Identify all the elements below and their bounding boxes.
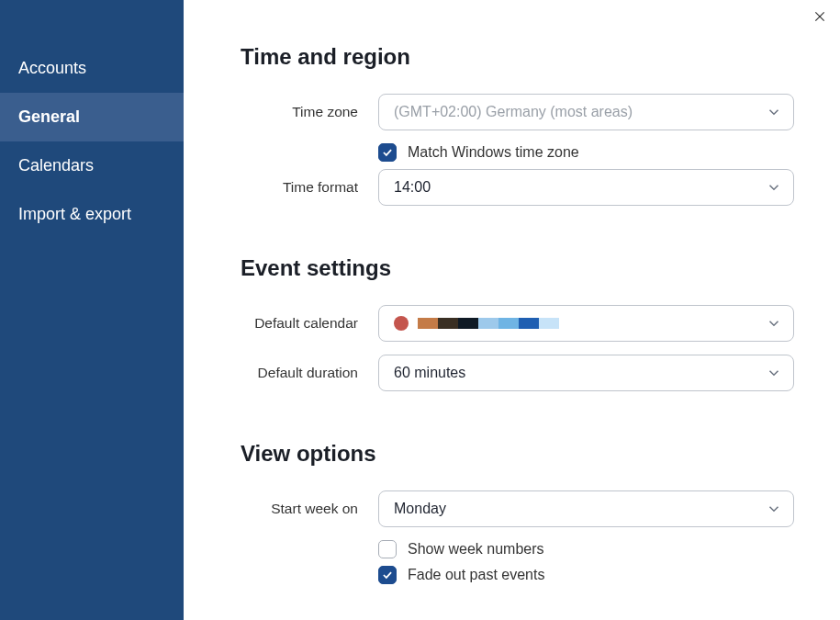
- sidebar-item-general[interactable]: General: [0, 93, 184, 141]
- default-calendar-select[interactable]: [378, 305, 794, 342]
- calendar-strip-swatch: [418, 318, 438, 329]
- default-calendar-value: [394, 316, 559, 331]
- calendar-color-dot: [394, 316, 409, 331]
- sidebar-item-label: Accounts: [18, 59, 86, 77]
- sidebar-item-import-export[interactable]: Import & export: [0, 190, 184, 239]
- calendar-strip-swatch: [519, 318, 539, 329]
- timeformat-select[interactable]: 14:00: [378, 169, 794, 206]
- sidebar-item-label: General: [18, 107, 80, 126]
- calendar-color-strip: [418, 318, 559, 329]
- section-title-time-region: Time and region: [241, 44, 794, 70]
- sidebar: Accounts General Calendars Import & expo…: [0, 0, 184, 620]
- match-timezone-checkbox[interactable]: [378, 143, 397, 162]
- fade-out-past-checkbox[interactable]: [378, 566, 397, 584]
- chevron-down-icon: [766, 365, 782, 381]
- calendar-strip-swatch: [458, 318, 478, 329]
- calendar-strip-swatch: [539, 318, 559, 329]
- fade-out-past-label: Fade out past events: [408, 567, 544, 583]
- default-calendar-label: Default calendar: [241, 315, 378, 332]
- timezone-value: (GMT+02:00) Germany (most areas): [394, 104, 633, 120]
- settings-content: Time and region Time zone (GMT+02:00) Ge…: [184, 0, 840, 620]
- start-week-select[interactable]: Monday: [378, 490, 794, 527]
- show-week-numbers-checkbox[interactable]: [378, 540, 397, 558]
- chevron-down-icon: [766, 501, 782, 517]
- show-week-numbers-label: Show week numbers: [408, 541, 544, 558]
- section-title-event-settings: Event settings: [241, 255, 794, 281]
- sidebar-item-label: Calendars: [18, 156, 94, 175]
- section-title-view-options: View options: [241, 441, 794, 467]
- close-button[interactable]: [811, 7, 829, 26]
- timeformat-value: 14:00: [394, 179, 431, 196]
- timeformat-label: Time format: [241, 179, 378, 196]
- start-week-value: Monday: [394, 501, 446, 517]
- calendar-strip-swatch: [478, 318, 498, 329]
- chevron-down-icon: [766, 104, 782, 120]
- default-duration-value: 60 minutes: [394, 365, 465, 381]
- check-icon: [381, 146, 394, 159]
- default-duration-select[interactable]: 60 minutes: [378, 355, 794, 391]
- match-timezone-label: Match Windows time zone: [408, 144, 579, 161]
- sidebar-item-accounts[interactable]: Accounts: [0, 44, 184, 93]
- close-icon: [812, 9, 827, 24]
- chevron-down-icon: [766, 179, 782, 196]
- start-week-label: Start week on: [241, 501, 378, 517]
- sidebar-item-calendars[interactable]: Calendars: [0, 141, 184, 190]
- sidebar-item-label: Import & export: [18, 205, 131, 223]
- check-icon: [381, 569, 394, 581]
- calendar-strip-swatch: [438, 318, 458, 329]
- timezone-select[interactable]: (GMT+02:00) Germany (most areas): [378, 94, 794, 130]
- calendar-strip-swatch: [498, 318, 519, 329]
- default-duration-label: Default duration: [241, 365, 378, 381]
- chevron-down-icon: [766, 315, 782, 332]
- timezone-label: Time zone: [241, 104, 378, 120]
